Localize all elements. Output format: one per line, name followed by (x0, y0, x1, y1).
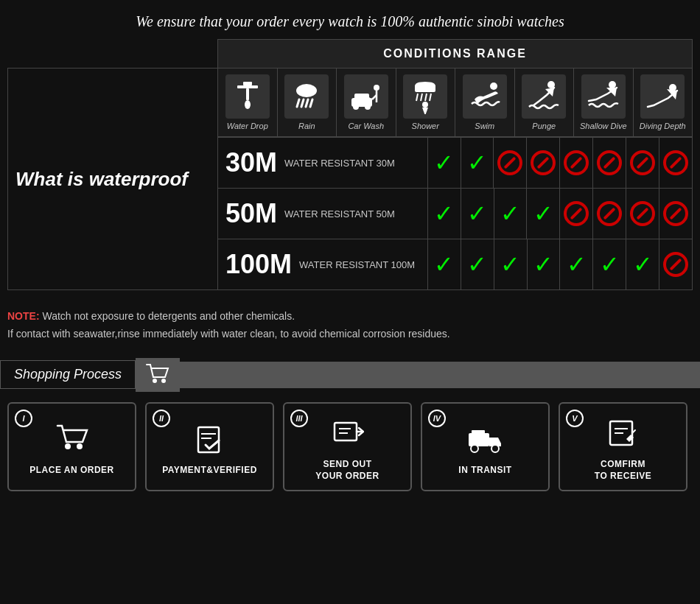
step-2-icon (194, 424, 226, 460)
level-100m: 100M (225, 249, 292, 280)
svg-point-39 (491, 445, 499, 452)
icon-label-water-drop: Water Drop (227, 122, 268, 130)
row-100m-cells: ✓ ✓ ✓ ✓ ✓ ✓ ✓ (428, 239, 692, 289)
cell-100m-6: ✓ (593, 239, 626, 289)
cell-30m-7 (626, 138, 659, 188)
svg-line-17 (416, 94, 418, 101)
svg-point-27 (161, 379, 166, 383)
cell-50m-5 (560, 189, 593, 239)
level-30m: 30M (225, 147, 277, 178)
cell-50m-1: ✓ (428, 189, 461, 239)
icon-label-swim: Swim (475, 122, 494, 130)
row-100m: 100M WATER RESISTANT 100M ✓ ✓ ✓ ✓ ✓ ✓ ✓ (218, 239, 692, 289)
conditions-header: CONDITIONS RANGE (217, 39, 693, 68)
text-100m: WATER RESISTANT 100M (299, 259, 415, 270)
svg-point-24 (609, 81, 616, 88)
punge-icon (522, 74, 566, 119)
step-5-number: V (566, 410, 584, 427)
waterproof-table: What is waterproof (7, 68, 693, 290)
top-banner: We ensure that your order every watch is… (0, 0, 700, 39)
svg-line-6 (301, 99, 304, 107)
icon-label-shower: Shower (412, 122, 439, 130)
cell-50m-8 (659, 189, 692, 239)
step-send-out: III SEND OUT YOUR ORDER (283, 402, 412, 492)
svg-point-3 (245, 100, 251, 109)
icon-cell-carwash: Car Wash (337, 69, 396, 136)
icon-label-shallow-dive: Shallow Dive (580, 122, 627, 130)
step-2-number: II (153, 410, 170, 427)
diving-depth-icon (640, 74, 685, 119)
step-5-label: COMFIRM TO RECEIVE (595, 458, 651, 483)
icon-label-rain: Rain (298, 122, 315, 130)
icon-label-punge: Punge (532, 122, 556, 130)
level-50m: 50M (225, 198, 277, 229)
cell-30m-6 (593, 138, 626, 188)
svg-rect-37 (469, 433, 489, 446)
cell-50m-3: ✓ (494, 189, 528, 239)
cell-100m-2: ✓ (461, 239, 494, 289)
icon-cell-swim: Swim (455, 69, 515, 136)
svg-line-8 (310, 99, 312, 107)
icon-cell-water-drop: Water Drop (218, 69, 278, 136)
step-place-order: I PLACE AN ORDER (7, 402, 136, 492)
step-4-label: IN TRANSIT (458, 464, 511, 477)
svg-rect-1 (237, 85, 258, 88)
icon-cell-diving-depth: Diving Depth (634, 69, 693, 136)
svg-point-4 (296, 84, 317, 97)
shopping-cart-icon (136, 358, 180, 392)
svg-point-22 (490, 82, 497, 90)
step-5-icon (607, 418, 640, 454)
waterproof-title: What is waterproof (15, 168, 188, 191)
cell-50m-6 (593, 189, 626, 239)
cell-50m-4: ✓ (527, 189, 560, 239)
step-2-label: PAYMENT&VERIFIED (162, 464, 257, 477)
waterproof-title-cell: What is waterproof (8, 69, 218, 289)
step-4-icon (467, 424, 504, 460)
svg-line-20 (430, 94, 431, 101)
step-3-number: III (290, 410, 308, 427)
step-confirm: V COMFIRM TO RECEIVE (559, 402, 687, 492)
cell-100m-7: ✓ (626, 239, 659, 289)
cell-30m-5 (560, 138, 593, 188)
cell-30m-8 (659, 138, 692, 188)
note-line1: Watch not exposure to detergents and oth… (40, 310, 295, 322)
svg-line-7 (306, 99, 308, 107)
step-payment: II PAYMENT&VERIFIED (145, 402, 274, 492)
svg-line-18 (421, 94, 422, 101)
step-3-label: SEND OUT YOUR ORDER (315, 458, 379, 483)
svg-point-38 (471, 445, 478, 452)
rain-icon (284, 74, 329, 119)
step-1-icon (56, 424, 88, 460)
cell-100m-8 (659, 239, 692, 289)
shower-icon (403, 74, 447, 119)
shopping-header-line (180, 362, 700, 388)
waterproof-right: Water Drop Rain (218, 69, 692, 289)
water-drop-icon (225, 74, 270, 119)
svg-line-19 (425, 94, 427, 101)
svg-point-13 (374, 85, 379, 91)
svg-point-11 (353, 104, 359, 110)
note-line2: If contact with seawater,rinse immediate… (7, 328, 450, 340)
cell-30m-1: ✓ (428, 138, 461, 188)
data-section: 30M WATER RESISTANT 30M ✓ ✓ (218, 137, 692, 289)
note-section: NOTE: Watch not exposure to detergents a… (0, 298, 700, 351)
svg-point-21 (422, 102, 428, 108)
note-label: NOTE: (7, 310, 40, 322)
cell-100m-4: ✓ (528, 239, 561, 289)
cell-50m-7 (626, 189, 659, 239)
icon-row: Water Drop Rain (218, 69, 692, 137)
step-4-number: IV (428, 410, 446, 427)
svg-rect-2 (246, 88, 249, 100)
icon-cell-shower: Shower (396, 69, 456, 136)
row-30m-cells: ✓ ✓ (428, 138, 692, 188)
carwash-icon (344, 74, 388, 119)
cart-svg (146, 364, 169, 386)
svg-line-5 (297, 99, 299, 107)
text-30m: WATER RESISTANT 30M (284, 158, 395, 169)
cell-100m-3: ✓ (494, 239, 528, 289)
svg-rect-40 (472, 430, 485, 435)
icon-cell-shallow-dive: Shallow Dive (574, 69, 634, 136)
row-50m: 50M WATER RESISTANT 50M ✓ ✓ ✓ ✓ (218, 188, 692, 239)
row-50m-label: 50M WATER RESISTANT 50M (218, 189, 428, 239)
swim-icon (463, 74, 507, 119)
